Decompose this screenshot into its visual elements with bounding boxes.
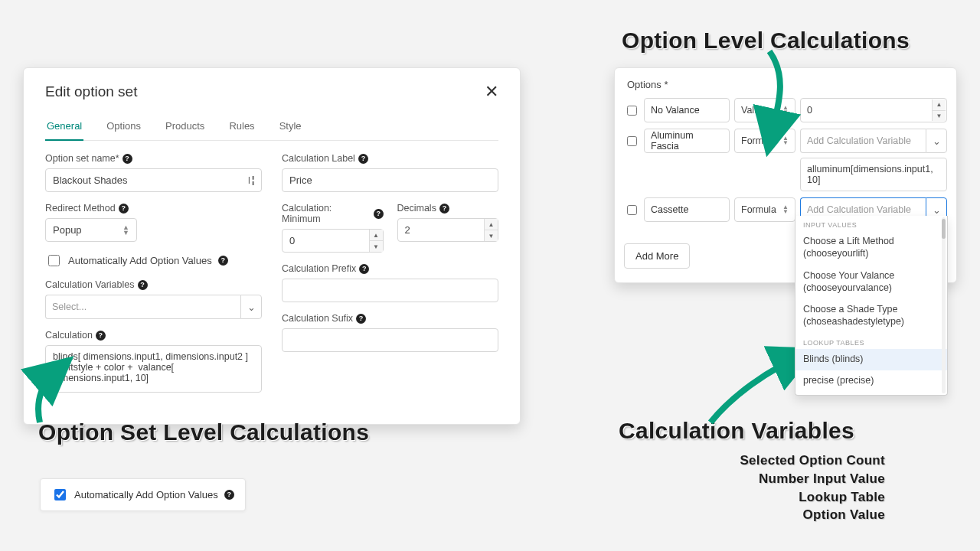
calculation-label: Calculation?	[45, 330, 262, 341]
redirect-method-select[interactable]: Popup	[45, 218, 137, 242]
option-row: Aluminum Fascia Formula Add Calculation …	[624, 129, 947, 153]
calc-label-input[interactable]	[282, 168, 498, 192]
sort-icon	[782, 106, 789, 114]
dropdown-group: INPUT VALUES	[795, 216, 947, 231]
help-icon: ?	[358, 154, 368, 164]
auto-add-label: Automatically Add Option Values	[68, 255, 212, 266]
number-stepper[interactable]: ▲▼	[932, 99, 946, 121]
annotation-calc-vars: Calculation Variables	[619, 418, 854, 444]
tab-style[interactable]: Style	[278, 114, 303, 140]
number-stepper[interactable]: ▲▼	[369, 230, 383, 252]
text-variant-icon: I╏	[248, 175, 256, 186]
calc-min-label: Calculation: Minimum?	[282, 203, 384, 224]
help-icon: ?	[138, 280, 148, 290]
tab-options[interactable]: Options	[105, 114, 142, 140]
help-icon: ?	[218, 256, 228, 266]
help-icon: ?	[119, 204, 129, 214]
chevron-down-icon[interactable]: ⌄	[926, 129, 947, 153]
calc-prefix-label: Calculation Prefix?	[282, 263, 498, 274]
option-type-select[interactable]: Formula	[734, 129, 795, 153]
dropdown-item[interactable]: Choose Your Valance (chooseyourvalance)	[795, 266, 947, 300]
annotation-option-set-level: Option Set Level Calculations	[38, 419, 369, 445]
redirect-method-label: Redirect Method?	[45, 203, 137, 214]
add-more-button[interactable]: Add More	[624, 243, 690, 269]
option-checkbox[interactable]	[627, 105, 637, 116]
auto-add-checkbox[interactable]	[48, 255, 60, 266]
tab-rules[interactable]: Rules	[227, 114, 256, 140]
arrow-icon	[703, 352, 810, 429]
help-icon: ?	[439, 204, 449, 214]
calc-suffix-input[interactable]	[282, 328, 498, 352]
help-icon: ?	[374, 209, 384, 219]
help-icon: ?	[96, 331, 106, 341]
dropdown-item[interactable]: Choose a Shade Type (choseashadestyletyp…	[795, 299, 947, 334]
option-row: No Valance Value 0 ▲▼	[624, 98, 947, 122]
sort-icon	[782, 136, 789, 145]
option-value-input[interactable]: 0 ▲▼	[800, 98, 947, 122]
option-checkbox[interactable]	[627, 135, 637, 147]
edit-option-set-panel: Edit option set ✕ General Options Produc…	[23, 67, 521, 425]
option-name[interactable]: Aluminum Fascia	[644, 129, 730, 153]
dropdown-item[interactable]: Choose a Lift Method (chooseyourlift)	[795, 231, 947, 266]
formula-result[interactable]: alluminum[dimensions.input1, 10]	[800, 158, 947, 191]
help-icon: ?	[359, 264, 369, 274]
sort-icon	[122, 225, 129, 235]
dropdown-group: LOOKUP TABLES	[795, 334, 947, 349]
formula-variable-select[interactable]: Add Calculation Variable	[800, 129, 926, 153]
option-set-name-input[interactable]	[45, 168, 262, 192]
calc-prefix-input[interactable]	[282, 279, 498, 302]
option-type-select[interactable]: Formula	[734, 197, 795, 222]
dropdown-item[interactable]: Blinds (blinds)	[795, 349, 947, 370]
option-checkbox[interactable]	[627, 204, 637, 216]
option-name[interactable]: No Valance	[644, 98, 730, 122]
help-icon: ?	[122, 154, 132, 164]
options-title: Options *	[627, 79, 944, 90]
decimals-label: Decimals?	[397, 203, 499, 214]
calc-variables-label: Calculation Variables?	[45, 279, 262, 290]
variable-dropdown: INPUT VALUES Choose a Lift Method (choos…	[795, 216, 948, 396]
dropdown-item[interactable]: precise (precise)	[795, 370, 947, 392]
annotation-option-level: Option Level Calculations	[622, 28, 910, 54]
calculation-textarea[interactable]: blinds[ dimensions.input1, dimensions.in…	[45, 345, 262, 393]
tab-general[interactable]: General	[45, 114, 83, 141]
number-stepper[interactable]: ▲▼	[484, 219, 498, 241]
sort-icon	[782, 205, 789, 214]
option-set-name-label: Option set name*?	[45, 153, 262, 164]
scrollbar[interactable]	[942, 217, 946, 393]
panel-title: Edit option set	[45, 83, 137, 100]
help-icon: ?	[224, 490, 234, 500]
auto-add-chip: Automatically Add Option Values ?	[40, 478, 246, 511]
close-icon[interactable]: ✕	[485, 83, 498, 100]
calc-label-label: Calculation Label?	[282, 153, 498, 164]
option-type-select[interactable]: Value	[734, 98, 795, 122]
annotation-sub-list: Selected Option Count Number Input Value…	[707, 452, 885, 524]
calc-variables-select[interactable]: Select...	[45, 295, 240, 319]
tabs: General Options Products Rules Style	[45, 108, 498, 141]
option-name[interactable]: Cassette	[644, 197, 730, 222]
tab-products[interactable]: Products	[164, 114, 206, 140]
chevron-down-icon[interactable]: ⌄	[240, 295, 262, 319]
auto-add-chip-label: Automatically Add Option Values	[74, 489, 218, 500]
calc-suffix-label: Calculation Sufix?	[282, 313, 498, 324]
auto-add-chip-checkbox[interactable]	[54, 489, 66, 500]
help-icon: ?	[356, 314, 366, 324]
